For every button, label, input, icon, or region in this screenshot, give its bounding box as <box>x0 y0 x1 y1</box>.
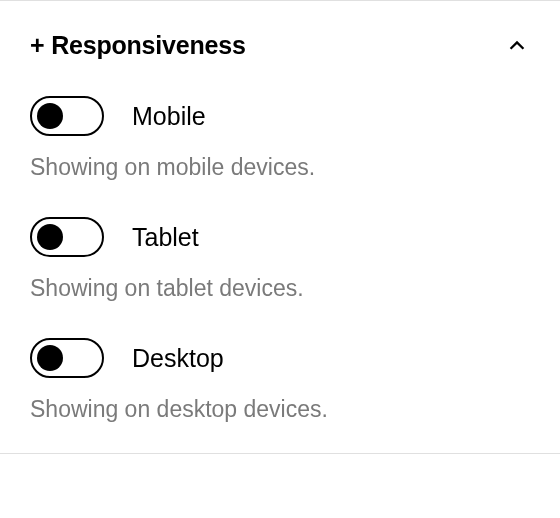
item-label: Desktop <box>132 344 224 373</box>
section-title: + Responsiveness <box>30 31 246 60</box>
item-row: Desktop <box>30 338 530 378</box>
toggle-tablet[interactable] <box>30 217 104 257</box>
item-row: Tablet <box>30 217 530 257</box>
item-description: Showing on mobile devices. <box>30 154 530 181</box>
toggle-knob <box>37 224 63 250</box>
toggle-mobile[interactable] <box>30 96 104 136</box>
responsiveness-item-mobile: Mobile Showing on mobile devices. <box>30 96 530 181</box>
responsiveness-panel: + Responsiveness Mobile Showing on mobil… <box>0 0 560 454</box>
toggle-desktop[interactable] <box>30 338 104 378</box>
responsiveness-item-tablet: Tablet Showing on tablet devices. <box>30 217 530 302</box>
item-description: Showing on tablet devices. <box>30 275 530 302</box>
toggle-knob <box>37 103 63 129</box>
item-description: Showing on desktop devices. <box>30 396 530 423</box>
item-label: Mobile <box>132 102 206 131</box>
section-header[interactable]: + Responsiveness <box>30 31 530 60</box>
item-row: Mobile <box>30 96 530 136</box>
chevron-up-icon <box>504 33 530 59</box>
responsiveness-item-desktop: Desktop Showing on desktop devices. <box>30 338 530 423</box>
toggle-knob <box>37 345 63 371</box>
item-label: Tablet <box>132 223 199 252</box>
